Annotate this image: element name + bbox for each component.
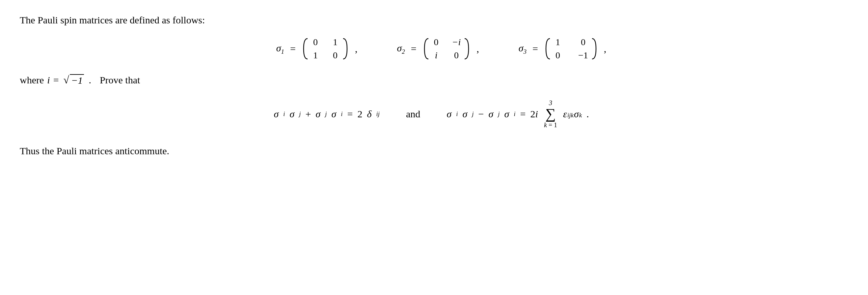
sigma2-equals: =	[411, 43, 416, 54]
cell-1-4: 0	[331, 50, 339, 61]
cell-1-3: 1	[311, 50, 319, 61]
where-equals: =	[53, 75, 59, 86]
cell-3-3: 0	[554, 50, 562, 61]
left-bracket-2	[423, 37, 430, 60]
cell-2-3: i	[432, 50, 440, 61]
sum-sigma: ∑	[545, 107, 556, 121]
left-bracket-1	[302, 37, 309, 60]
sigma-i-4: σ	[504, 109, 509, 120]
sum-lower-limit: k = 1	[544, 121, 557, 129]
sigma1-equals: =	[290, 43, 296, 54]
sigma3-label: σ3	[519, 42, 527, 55]
cell-2-2: −i	[452, 37, 461, 48]
imaginary-i: i	[47, 75, 50, 86]
conclusion-text: Thus the Pauli matrices anticommute.	[20, 145, 843, 156]
sigma-k: σ	[574, 109, 579, 120]
comma-3: ,	[604, 43, 607, 54]
sigma1-matrix: 0 1 1 0	[302, 37, 349, 61]
sqrt-content: −1	[70, 74, 84, 86]
summation-symbol: 3 ∑ k = 1	[544, 99, 557, 129]
sub-ijk: ijk	[567, 112, 574, 119]
sqrt-expression: √ −1	[64, 74, 84, 86]
sigma2-expr: σ2 = 0 −i i 0	[397, 37, 479, 61]
sub-k: k	[579, 112, 582, 119]
final-period: .	[586, 109, 589, 120]
sqrt-symbol: √	[64, 74, 69, 86]
sigma-i-3: σ	[446, 109, 452, 120]
intro-text: The Pauli spin matrices are defined as f…	[20, 13, 843, 27]
sigma-j-2: σ	[315, 109, 320, 120]
sigma3-cells: 1 0 0 −1	[551, 37, 591, 61]
plus-sign: +	[306, 109, 311, 120]
sigma-j-1: σ	[289, 109, 294, 120]
left-bracket-3	[544, 37, 551, 60]
and-connector: and	[406, 109, 420, 120]
cell-2-4: 0	[452, 50, 461, 61]
cell-2-1: 0	[432, 37, 440, 48]
cell-3-1: 1	[554, 37, 562, 48]
sub-i-1: i	[283, 111, 285, 118]
sub-j-2: j	[325, 111, 327, 118]
right-bracket-3	[591, 37, 598, 60]
sub-i-2: i	[341, 111, 342, 118]
eq2-equals: =	[520, 109, 526, 120]
right-bracket-1	[342, 37, 349, 60]
sigma-i-2: σ	[332, 109, 337, 120]
right-bracket-2	[463, 37, 470, 60]
sigma2-label: σ2	[397, 42, 405, 55]
equations-row: σi σj + σj σi = 2δij and σi σj − σj σi =…	[20, 99, 843, 129]
sigma-i-1: σ	[274, 109, 279, 120]
epsilon-term: εijk σk	[563, 109, 582, 120]
cell-1-1: 0	[311, 37, 319, 48]
sigma3-matrix: 1 0 0 −1	[544, 37, 598, 61]
cell-3-4: −1	[578, 50, 588, 61]
sigma-j-3: σ	[462, 109, 467, 120]
equation2-block: σi σj − σj σi = 2i 3 ∑ k = 1 εijk σk .	[446, 99, 589, 129]
sub-i-4: i	[514, 111, 515, 118]
sigma1-expr: σ1 = 0 1 1 0	[276, 37, 358, 61]
sub-i-3: i	[456, 111, 458, 118]
where-line: where i = √ −1 . Prove that	[20, 74, 843, 86]
sigma-j-4: σ	[488, 109, 493, 120]
matrices-row: σ1 = 0 1 1 0	[39, 37, 843, 61]
sigma2-cells: 0 −i i 0	[430, 37, 464, 61]
eq1-equals: =	[347, 109, 353, 120]
sigma1-label: σ1	[276, 42, 284, 55]
equation1-block: σi σj + σj σi = 2δij	[274, 109, 380, 120]
sigma3-equals: =	[532, 43, 538, 54]
comma-1: ,	[355, 43, 358, 54]
sigma3-expr: σ3 = 1 0 0 −1	[519, 37, 607, 61]
prove-text: Prove that	[100, 75, 140, 86]
sigma2-matrix: 0 −i i 0	[423, 37, 471, 61]
sub-j-1: j	[299, 111, 301, 118]
minus-sign: −	[478, 109, 484, 120]
two-i: 2i	[530, 109, 538, 120]
period-space: .	[89, 75, 91, 86]
sub-j-4: j	[498, 111, 499, 118]
sub-j-3: j	[472, 111, 473, 118]
two-delta: 2	[358, 109, 363, 120]
delta-symbol: δ	[367, 109, 372, 120]
epsilon-symbol: ε	[563, 109, 567, 120]
sub-ij: ij	[376, 111, 380, 118]
where-text: where	[20, 75, 44, 86]
cell-1-2: 1	[331, 37, 339, 48]
comma-2: ,	[476, 43, 479, 54]
sigma1-cells: 0 1 1 0	[309, 37, 342, 61]
cell-3-2: 0	[578, 37, 588, 48]
page-content: The Pauli spin matrices are defined as f…	[20, 13, 843, 156]
